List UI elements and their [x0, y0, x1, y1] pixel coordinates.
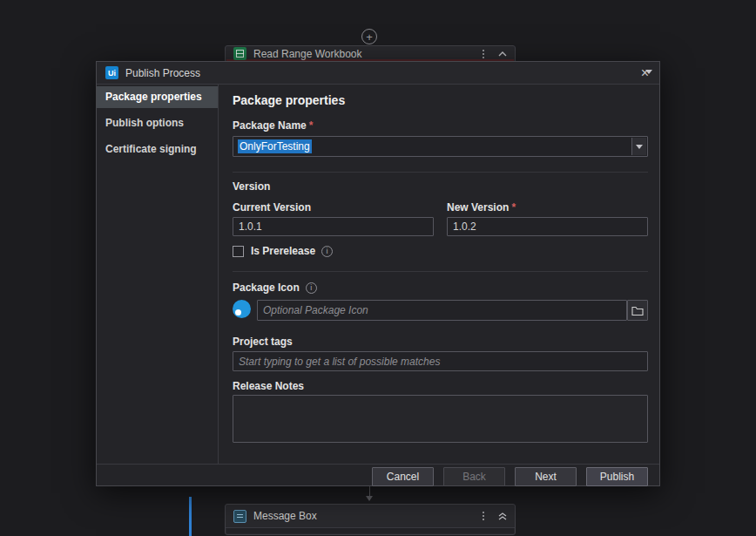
package-icon-preview — [233, 300, 251, 318]
dialog-titlebar: Ui Publish Process × — [97, 62, 659, 85]
uipath-logo-icon: Ui — [105, 66, 118, 79]
new-version-label: New Version* — [447, 201, 516, 214]
sidebar-item-certificate-signing[interactable]: Certificate signing — [97, 139, 218, 160]
back-button: Back — [443, 467, 505, 486]
kebab-menu-icon[interactable] — [481, 48, 486, 60]
browse-folder-button[interactable] — [627, 300, 648, 321]
activity-card-message-box[interactable]: Message Box — [225, 504, 516, 535]
release-notes-label: Release Notes — [233, 380, 304, 392]
activity-title: Message Box — [253, 510, 317, 522]
package-name-value: OnlyForTesting — [238, 139, 312, 153]
sidebar-item-package-properties[interactable]: Package properties — [97, 86, 218, 108]
section-divider — [233, 271, 648, 272]
package-icon-dot — [235, 309, 241, 315]
chevron-down-icon — [636, 145, 643, 149]
current-version-input[interactable] — [233, 217, 434, 236]
footer-divider — [97, 464, 659, 465]
activity-header: Message Box — [226, 505, 515, 527]
sidebar-item-publish-options[interactable]: Publish options — [97, 112, 218, 134]
collapse-chevron-icon[interactable] — [498, 51, 507, 57]
new-version-input[interactable] — [447, 217, 648, 236]
required-asterisk: * — [309, 119, 314, 132]
info-icon[interactable]: i — [306, 282, 317, 294]
connector-arrow-icon — [366, 496, 373, 501]
package-icon-label: Package Icon i — [233, 282, 317, 294]
section-divider — [233, 172, 648, 173]
add-activity-button[interactable]: + — [361, 29, 377, 44]
chevron-down-icon[interactable] — [645, 70, 652, 74]
page-title: Package properties — [233, 93, 345, 107]
cancel-button[interactable]: Cancel — [372, 467, 434, 486]
dialog-title: Publish Process — [125, 67, 200, 79]
folder-icon — [631, 306, 644, 315]
project-tags-label: Project tags — [233, 336, 293, 348]
kebab-menu-icon[interactable] — [481, 510, 486, 522]
activity-header: Read Range Workbook — [226, 47, 515, 60]
is-prerelease-checkbox[interactable] — [233, 246, 244, 257]
combobox-dropdown-button[interactable] — [631, 138, 646, 155]
sidebar-divider — [218, 85, 219, 464]
version-section-label: Version — [233, 180, 270, 193]
release-notes-textarea[interactable] — [233, 395, 648, 443]
info-icon[interactable]: i — [321, 246, 333, 257]
required-asterisk: * — [511, 201, 516, 214]
double-collapse-chevron-icon[interactable] — [498, 512, 507, 520]
project-tags-input[interactable] — [233, 351, 648, 371]
workflow-canvas: + Read Range Workbook Message Box — [0, 0, 756, 536]
message-box-icon — [233, 510, 246, 523]
selection-indicator — [189, 497, 192, 536]
current-version-label: Current Version — [233, 201, 311, 214]
plus-icon: + — [366, 31, 373, 43]
activity-body — [226, 528, 514, 533]
package-name-label: Package Name* — [233, 119, 313, 132]
publish-process-dialog: Ui Publish Process × Package properties … — [96, 61, 660, 486]
activity-title: Read Range Workbook — [253, 48, 362, 60]
excel-icon — [233, 47, 246, 60]
publish-button[interactable]: Publish — [586, 467, 648, 486]
package-icon-input[interactable] — [257, 300, 627, 321]
next-button[interactable]: Next — [515, 467, 577, 486]
package-name-combobox[interactable]: OnlyForTesting — [233, 136, 648, 157]
is-prerelease-label: Is Prerelease i — [251, 245, 333, 257]
